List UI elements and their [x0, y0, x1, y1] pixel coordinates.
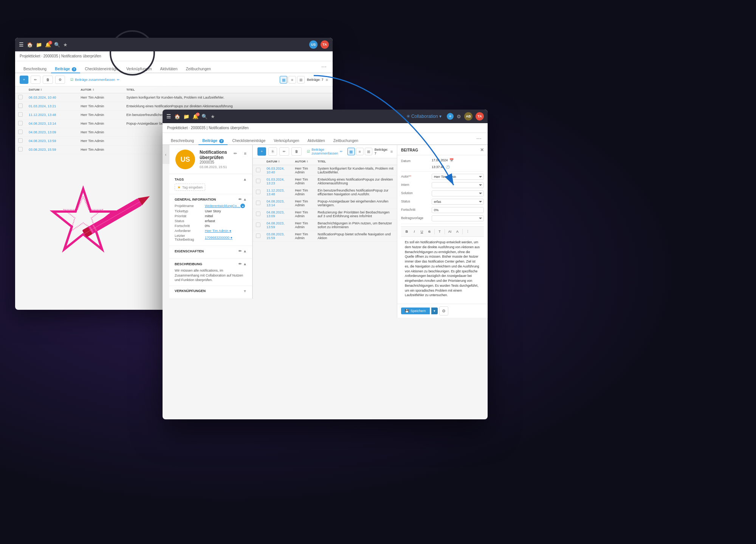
collapse-beschreibung-icon[interactable]: ▲ [243, 262, 247, 266]
tab-aktivitaten-front[interactable]: Aktivitäten [304, 137, 329, 145]
table-row[interactable]: 03.08.2023, 15:59 Herr Tim Admin Notific… [253, 231, 397, 242]
table-row[interactable]: 11.12.2023, 13:48 Herr Tim Admin Ein ben… [253, 187, 397, 198]
calendar-icon[interactable]: 📅 [449, 158, 454, 162]
menu-icon-back[interactable]: ≡ [326, 77, 328, 82]
tab-aktivitaten-back[interactable]: Aktivitäten [156, 65, 181, 73]
edit-ticket-btn[interactable]: ✏ [232, 150, 239, 157]
edit-eigenschaften-icon[interactable]: ✏ [239, 249, 242, 253]
close-right-panel-btn[interactable]: ✕ [480, 147, 484, 153]
editor-strike-btn[interactable]: S [426, 228, 433, 235]
row-checkbox[interactable] [18, 138, 23, 143]
zusammenfassen-btn-front[interactable]: ☑ Beiträge zusammenfassen ✏ [307, 148, 343, 155]
collapse-eigenschaften-icon[interactable]: ▲ [243, 249, 247, 253]
table-row[interactable]: 04.08.2023, 13:14 Herr Tim Admin Popup-A… [253, 198, 397, 209]
avatar-us-back[interactable]: US [309, 40, 318, 49]
add-beitrag-btn-back[interactable]: + [20, 76, 28, 84]
form-select-status[interactable]: erfas [432, 199, 484, 205]
table-row[interactable]: 06.03.2024, 10:40 Herr Tim Admin System … [15, 93, 333, 102]
row-checkbox[interactable] [256, 223, 260, 227]
edit-beitrag-btn-front[interactable]: ✏ [279, 147, 289, 156]
row-checkbox[interactable] [256, 190, 260, 194]
star-icon-front[interactable]: ★ [211, 114, 215, 119]
collapse-btn[interactable]: ‹ [163, 145, 169, 164]
editor-underline-btn[interactable]: U [418, 228, 425, 235]
folder-icon-back[interactable]: 📁 [36, 42, 42, 48]
tab-beschreibung-front[interactable]: Beschreibung [167, 137, 198, 145]
list-ticket-btn[interactable]: ≡ [242, 150, 249, 157]
editor-font-btn[interactable]: A [454, 228, 461, 235]
view-list-btn-front[interactable]: ≡ [356, 148, 364, 155]
view-grid-btn-front[interactable]: ⊞ [365, 148, 372, 155]
tab-zeitbuchungen-front[interactable]: Zeitbuchungen [330, 137, 362, 145]
search-icon-back[interactable]: 🔍 [54, 42, 60, 48]
copy-beitrag-btn-front[interactable]: ⎘ [268, 147, 277, 156]
row-checkbox[interactable] [18, 112, 23, 117]
collapse-general-icon[interactable]: ▲ [243, 197, 247, 201]
table-row[interactable]: 04.08.2023, 13:09 Herr Tim Admin Reduzie… [253, 209, 397, 220]
notification-badge-back[interactable]: 🔔 2 [45, 42, 51, 48]
edit-beitrag-btn-back[interactable]: ✏ [31, 76, 40, 84]
row-checkbox[interactable] [256, 212, 260, 216]
zusammenfassen-btn-back[interactable]: ☑ Beiträge zusammenfassen ✏ [70, 78, 120, 82]
form-select-intern[interactable] [432, 182, 484, 188]
star-icon-back[interactable]: ★ [63, 42, 68, 48]
panel-settings-btn[interactable]: ⚙ [439, 306, 448, 315]
avatar-ta-back[interactable]: TA [321, 40, 329, 49]
hamburger-icon-back[interactable]: ☰ [19, 42, 24, 48]
notification-badge-front[interactable]: 🔔 10 [192, 114, 198, 119]
view-list-btn-back[interactable]: ≡ [288, 76, 296, 83]
row-checkbox[interactable] [18, 130, 23, 134]
edit-beschreibung-icon[interactable]: ✏ [239, 262, 242, 266]
tab-beitrage-front[interactable]: Beiträge 7 [198, 137, 228, 145]
th-datum-back[interactable]: DATUM [26, 87, 77, 93]
tab-more-back[interactable]: ⋯ [320, 64, 328, 70]
menu-icon-front[interactable]: ≡ [390, 149, 393, 154]
home-icon-back[interactable]: 🏠 [27, 42, 33, 48]
row-checkbox[interactable] [18, 104, 23, 108]
home-icon-front[interactable]: 🏠 [174, 114, 180, 119]
save-btn[interactable]: 💾 Speichern [401, 308, 430, 314]
row-checkbox[interactable] [256, 233, 260, 238]
row-checkbox[interactable] [256, 179, 260, 183]
avatar-ta-front[interactable]: TA [476, 112, 484, 121]
th-datum-front[interactable]: DATUM [263, 158, 292, 165]
tab-beschreibung-back[interactable]: Beschreibung [20, 65, 50, 73]
view-grid-btn-back[interactable]: ⊞ [297, 76, 305, 83]
verknupfungen-arrow-icon[interactable]: ▼ [243, 289, 247, 293]
tab-verknupfungen-front[interactable]: Verknüpfungen [270, 137, 303, 145]
row-checkbox[interactable] [256, 201, 260, 205]
settings-icon-front[interactable]: ⚙ [457, 114, 461, 119]
editor-content[interactable]: Es soll ein NotificationPopup entwickelt… [401, 237, 484, 301]
row-checkbox[interactable] [18, 147, 23, 151]
editor-text-btn[interactable]: T [436, 228, 443, 235]
form-input-fortschritt[interactable] [432, 207, 484, 213]
add-btn-front[interactable]: + [447, 113, 454, 120]
th-autor-back[interactable]: AUTOR [77, 87, 123, 93]
view-card-btn-front[interactable]: ▦ [347, 148, 355, 155]
row-checkbox[interactable] [256, 168, 260, 172]
editor-bold-btn[interactable]: B [403, 228, 410, 235]
editor-ai-btn[interactable]: AI [446, 228, 453, 235]
tab-zeitbuchungen-back[interactable]: Zeitbuchungen [182, 65, 215, 73]
form-select-solution[interactable] [432, 190, 484, 196]
editor-more-btn[interactable]: ⋮ [464, 228, 471, 235]
th-autor-front[interactable]: AUTOR [292, 158, 314, 165]
settings-beitrag-btn-back[interactable]: ⚙ [55, 76, 65, 84]
form-select-vorlage[interactable] [432, 215, 484, 221]
tag-input[interactable]: ★ Tag eingeben [175, 184, 205, 191]
folder-icon-front[interactable]: 📁 [183, 114, 189, 119]
hamburger-icon-front[interactable]: ☰ [166, 113, 171, 119]
row-checkbox[interactable] [18, 121, 23, 125]
tags-collapse-icon[interactable]: ▲ [243, 177, 247, 181]
delete-beitrag-btn-front[interactable]: 🗑 [291, 147, 302, 156]
table-row[interactable]: 01.03.2024, 13:23 Herr Tim Admin Entwick… [253, 176, 397, 187]
search-icon-front[interactable]: 🔍 [201, 114, 208, 119]
save-dropdown-btn[interactable]: ▾ [431, 308, 438, 314]
add-beitrag-btn-front[interactable]: + [257, 147, 266, 156]
row-checkbox[interactable] [18, 95, 23, 99]
settings-ticket-btn[interactable]: ⚙ [251, 150, 253, 157]
form-select-autor[interactable]: Herr Tim Admin [432, 174, 484, 180]
view-card-btn-back[interactable]: ▦ [280, 76, 287, 83]
clock-icon[interactable]: 🕐 [446, 165, 450, 169]
tab-more-front[interactable]: ⋯ [475, 136, 483, 142]
